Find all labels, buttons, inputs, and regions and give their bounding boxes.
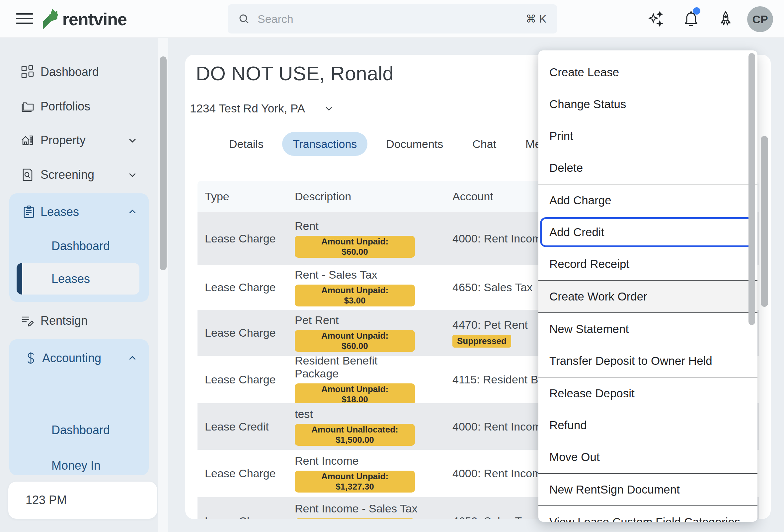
menu-item-label: Transfer Deposit to Owner Held [549,354,712,367]
sidebar-item-portfolios[interactable]: Portfolios [0,95,153,118]
menu-item-add-credit[interactable]: Add Credit [538,216,757,248]
sidebar-item-leases-leases[interactable]: Leases [17,263,139,295]
cell-description: Pet RentAmount Unpaid:$60.00 [295,310,421,356]
sidebar-item-leases-group[interactable]: Leases [9,200,149,224]
tab-details[interactable]: Details [218,132,274,156]
sidebar-item-label: Property [40,133,86,147]
account-text: 4470: Pet Rent [452,318,528,331]
cell-description: testAmount Unallocated:$1,500.00 [295,403,421,450]
description-title: test [295,408,421,420]
menu-item-new-rentsign-document[interactable]: New RentSign Document [538,474,757,505]
amount-badge: Amount Unpaid: [295,519,415,519]
menu-item-refund[interactable]: Refund [538,409,757,441]
sidebar-item-property[interactable]: Property [0,129,153,152]
sidebar-item-leases-dashboard[interactable]: Dashboard [9,235,149,258]
menu-item-add-charge[interactable]: Add Charge [538,184,757,216]
cell-account: 4000: Rent Income [452,403,548,450]
rentvine-logo[interactable]: rentvine [40,6,127,32]
rocket-icon[interactable] [715,9,736,30]
amount-badge: Amount Unpaid:$18.00 [295,383,415,405]
menu-item-label: Print [549,129,573,143]
menu-item-print[interactable]: Print [538,120,757,152]
sidebar-scrollbar-thumb[interactable] [160,56,167,270]
clock-text: 123 PM [26,493,67,507]
description-title: Pet Rent [295,314,421,327]
sidebar-item-label: Rentsign [40,314,88,328]
column-header-description: Description [295,190,351,203]
sidebar: Dashboard Portfolios Property Screening [0,38,158,532]
amount-badge: Amount Unpaid:$3.00 [295,285,415,306]
cell-type: Lease Charge [205,450,276,497]
folder-icon [21,99,34,113]
description-title: Rent - Sales Tax [295,268,421,281]
search-input[interactable]: Search ⌘ K [228,4,557,33]
account-text: 4000: Rent Income [452,467,548,480]
window-scrollbar-thumb[interactable] [761,136,768,307]
tab-documents[interactable]: Documents [375,132,454,156]
menu-item-label: Create Lease [549,66,619,79]
menu-item-label: View Lease Custom Field Categories [549,515,740,522]
cell-type: Lease Credit [205,403,269,450]
cell-type: Lease Charge [205,265,276,310]
menu-item-label: Refund [549,419,587,432]
cell-type: Lease Charge [205,310,276,356]
cell-account: 4650: Sales Tax [452,265,532,310]
menu-item-create-lease[interactable]: Create Lease [538,56,757,88]
tab-transactions[interactable]: Transactions [282,132,367,156]
sidebar-item-money-in[interactable]: Money In [9,454,149,477]
chevron-up-icon [128,207,137,217]
sidebar-item-accounting-dashboard[interactable]: Dashboard [9,419,149,442]
menu-scrollbar-thumb[interactable] [749,53,755,325]
chevron-down-icon [128,170,137,180]
sidebar-item-screening[interactable]: Screening [0,163,153,186]
menu-item-record-receipt[interactable]: Record Receipt [538,248,757,280]
lease-actions-menu: Create LeaseChange StatusPrintDeleteAdd … [538,51,757,522]
hamburger-menu-icon[interactable] [16,12,33,26]
sidebar-item-label: Leases [40,205,79,219]
column-header-account: Account [452,190,493,203]
description-title: Rent Income - Sales Tax [295,502,421,515]
cell-description: Rent Income - Sales TaxAmount Unpaid: [295,497,421,519]
account-text: 4650: Sales Tax [452,515,532,519]
menu-item-transfer-deposit-to-owner-held[interactable]: Transfer Deposit to Owner Held [538,345,757,377]
menu-item-view-lease-custom-field-categories[interactable]: View Lease Custom Field Categories [538,506,757,522]
menu-item-release-deposit[interactable]: Release Deposit [538,378,757,409]
menu-item-move-out[interactable]: Move Out [538,441,757,473]
menu-item-delete[interactable]: Delete [538,152,757,184]
tab-chat[interactable]: Chat [462,132,507,156]
sidebar-item-label: Dashboard [40,65,99,79]
search-placeholder: Search [258,12,526,26]
address-selector[interactable]: 1234 Test Rd York, PA [190,100,334,116]
column-header-type: Type [205,190,229,203]
sidebar-scrollbar-track[interactable] [158,38,168,532]
top-bar: rentvine Search ⌘ K CP [0,0,784,38]
menu-item-label: Add Credit [549,226,604,239]
cell-type: Lease Charge [205,212,276,265]
menu-item-label: Create Work Order [549,290,647,303]
tab-bar: DetailsTransactionsDocumentsChatMessages [218,132,588,156]
amount-badge: Amount Unpaid:$60.00 [295,330,415,352]
menu-item-create-work-order[interactable]: Create Work Order [538,280,757,313]
account-text: 4000: Rent Income [452,232,548,245]
menu-item-label: Move Out [549,450,600,464]
sidebar-item-label: Leases [52,272,90,286]
dollar-icon [24,351,38,365]
sidebar-item-dashboard[interactable]: Dashboard [0,60,153,84]
notifications-bell-icon[interactable] [680,9,702,30]
menu-item-change-status[interactable]: Change Status [538,88,757,120]
description-title: Resident Benefit Package [295,354,421,380]
account-text: 4650: Sales Tax [452,281,532,294]
address-text: 1234 Test Rd York, PA [190,102,305,115]
menu-item-label: Delete [549,161,583,174]
amount-badge: Amount Unallocated:$1,500.00 [295,424,415,446]
avatar[interactable]: CP [747,6,773,32]
sparkles-icon[interactable] [646,9,667,30]
menu-item-new-statement[interactable]: New Statement [538,313,757,345]
suppressed-badge: Suppressed [452,335,511,348]
chevron-up-icon [128,353,137,363]
sidebar-item-accounting-group[interactable]: Accounting [9,347,149,370]
account-text: 4000: Rent Income [452,420,548,433]
rentsign-pen-icon [21,314,34,328]
sidebar-item-rentsign[interactable]: Rentsign [0,309,153,332]
cell-account: 4470: Pet RentSuppressed [452,310,528,356]
